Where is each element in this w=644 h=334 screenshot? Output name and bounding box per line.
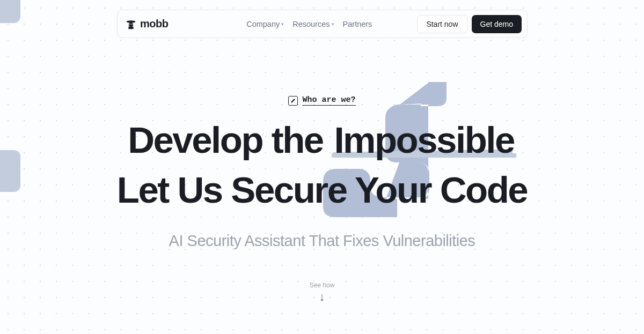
arrow-down-icon: ↓ [310,291,335,303]
nav-link-company[interactable]: Company ▾ [246,20,284,28]
start-now-button[interactable]: Start now [417,15,467,33]
svg-point-3 [129,24,130,25]
nav-link-resources[interactable]: Resources ▾ [292,20,334,28]
brand-name: mobb [140,18,168,30]
chevron-down-icon: ▾ [281,21,284,27]
hero-subtitle: AI Security Assistant That Fixes Vulnera… [0,232,644,250]
nav-link-label: Resources [292,20,330,28]
nav-link-label: Company [246,20,280,28]
brand-logo[interactable]: mobb [125,18,168,30]
brand-icon [125,18,137,30]
wrench-icon [288,96,298,106]
hero-section: Who are we? Develop the Impossible Let U… [0,95,644,250]
scroll-cue[interactable]: See how ↓ [310,281,335,303]
eyebrow-badge[interactable]: Who are we? [288,95,355,106]
navbar: mobb Company ▾ Resources ▾ Partners Star… [117,10,528,38]
nav-link-partners[interactable]: Partners [343,20,372,28]
nav-actions: Start now Get demo [417,15,522,33]
nav-links: Company ▾ Resources ▾ Partners [246,20,372,28]
hero-title-line2: Let Us Secure Your Code [117,169,527,211]
svg-point-4 [131,24,133,25]
decorative-shape-left-top [0,0,20,23]
nav-link-label: Partners [343,20,372,28]
hero-title: Develop the Impossible Let Us Secure You… [0,115,644,215]
eyebrow-text: Who are we? [302,95,355,106]
chevron-down-icon: ▾ [332,21,334,27]
hero-title-emphasis: Impossible [332,120,516,161]
scroll-cue-text: See how [310,281,335,289]
svg-rect-2 [128,26,133,29]
hero-title-prefix: Develop the [128,120,332,161]
svg-point-1 [129,22,133,26]
get-demo-button[interactable]: Get demo [472,15,522,33]
